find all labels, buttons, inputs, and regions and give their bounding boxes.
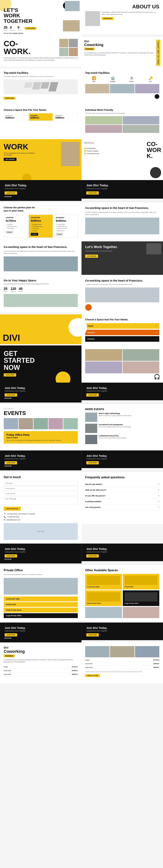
private-office-left: Private Office Get your own private offi…	[0, 565, 81, 622]
join-subtitle-1: Getting More Done Together	[5, 188, 77, 190]
get-started-btn[interactable]: Learn More	[4, 373, 16, 376]
hero-learn-more-btn[interactable]: Learn More	[25, 27, 36, 30]
more-pricing-rows: Single $179/mo Small desk $199/mo Large …	[85, 658, 159, 669]
join-cta5-left: Join Divi Today. Getting More Done Toget…	[0, 544, 81, 563]
individual-work-right: Individual Work Friendly Perfect for sol…	[81, 106, 163, 139]
private-plan-large: Large Private Office	[4, 613, 78, 618]
about-title: ABOUT US	[132, 4, 159, 10]
iso-illustration	[4, 79, 78, 94]
join-btn-1[interactable]: Learn More	[5, 191, 17, 194]
plan-starter-btn[interactable]: Choose	[6, 231, 13, 234]
plan-business: Business $299/mo	[29, 113, 53, 121]
more-events-title: MORE EVENTS	[85, 408, 159, 411]
map-placeholder: Map View	[4, 523, 78, 540]
join-btn-5l[interactable]: Learn More	[5, 554, 17, 557]
events-image-strip	[4, 418, 78, 429]
sf-desc-r2: Located in the heart of the city with ea…	[85, 283, 159, 286]
join-cta3-left: Join Divi Today. Getting More Done Toget…	[0, 383, 81, 403]
join-btn-4l[interactable]: Learn More	[5, 461, 17, 464]
events-title: EVENTS	[4, 410, 78, 416]
individual-title: Individual Work Friendly	[85, 108, 159, 111]
plans-title: Choose the perfect plan for you or your …	[4, 206, 37, 212]
access-icon: 🔑	[142, 76, 159, 80]
faq-item-5[interactable]: Can I bring guests? +	[85, 504, 159, 510]
cowork-image-grid	[59, 39, 78, 56]
contact-email-row: ✉ hello@divispace.com	[4, 519, 78, 521]
join-btn-3r[interactable]: Learn More	[86, 393, 99, 397]
join-subtitle-5l: Getting More Done Together	[5, 551, 77, 553]
yellow-strip: Coworking Space Divi Meetup	[156, 40, 160, 66]
separator-1	[0, 201, 163, 203]
plan-standard-btn[interactable]: Choose	[31, 233, 38, 236]
join-btn-3l[interactable]: Learn More	[5, 393, 17, 397]
pricing-cta-btn[interactable]: View All Plans	[85, 674, 100, 677]
get-started-circle	[55, 371, 70, 383]
contact-phone[interactable]	[4, 492, 78, 496]
private-plans: Community Table Private Desk Small Priva…	[4, 596, 78, 618]
final-join-btn-l[interactable]: Learn More	[5, 633, 17, 637]
contact-submit-btn[interactable]: Send Message	[4, 507, 21, 510]
individual-desc: Perfect for solo workers who need a prod…	[85, 112, 159, 114]
price-row-small: Small desk $199/mo	[4, 669, 78, 673]
contact-message[interactable]	[4, 497, 78, 504]
contact-name[interactable]	[4, 481, 78, 485]
sf-coworking-right: Co-working space in the heart of San Fra…	[81, 203, 163, 241]
join-subtitle-3l: Getting More Done Together	[5, 390, 77, 392]
faq-arrow-2: +	[158, 489, 159, 491]
plans-cards: STARTER $179/mo ✓ Hot Desk ✓ 5 Meeting H…	[4, 215, 78, 238]
work-hero-image	[61, 142, 80, 166]
happy-stat-2: 120 Members	[10, 287, 16, 292]
work-get-started-btn[interactable]: Get Started	[4, 158, 16, 161]
faq-arrow-1: +	[158, 483, 159, 486]
cowork-circle-image	[150, 167, 161, 178]
contact-address-row: 📍 123 Main Street, San Francisco, CA 941…	[4, 513, 78, 515]
join-title-5l: Join Divi Today.	[5, 547, 77, 551]
lets-work-right: Let's Work Together. Find the right plan…	[81, 241, 163, 275]
coworking-word: Coworking	[84, 43, 155, 47]
space-large-private: Large Private Office	[123, 590, 160, 606]
facilities-btn-left[interactable]: Learn More	[4, 97, 15, 100]
cowork-desc: A coworking space is a membership-based …	[4, 57, 78, 61]
faq-item-2[interactable]: What are the office hours? +	[85, 487, 159, 493]
about-right-section: ABOUT US Coworking is a style of work th…	[81, 0, 163, 37]
sf-title-left: Co-working space in the heart of San Fra…	[4, 245, 78, 249]
private-plan-community: Community Table	[4, 596, 78, 601]
wifi-icon: 📶	[85, 76, 103, 80]
plans-left: Choose the perfect plan for you or your …	[0, 203, 81, 241]
price-row-single: Single $179/mo	[4, 665, 78, 669]
final-join-btn-r[interactable]: Learn More	[86, 633, 99, 637]
happy-stats: 25 Offices 120 Members 40 Events	[4, 287, 78, 292]
facilities-desc-left: Our coworking space is equipped with eve…	[4, 75, 78, 78]
choose-space-right: Choose a Space that Fits Your Needs. Reg…	[81, 314, 163, 345]
events-label: Upcoming	[4, 408, 78, 409]
join-btn-5r[interactable]: Learn More	[86, 554, 99, 557]
join-cta4-right: Join Divi Today. Getting More Done Toget…	[81, 451, 163, 470]
faq-arrow-3: +	[158, 495, 159, 497]
divi-pricing-left: Divi Coworking Commun A coworking space …	[0, 642, 81, 683]
lets-work-btn[interactable]: Get Started	[85, 255, 98, 258]
main-event-date: Sept 20 @6pm	[6, 437, 75, 439]
choose-plan-premium[interactable]: Premium →	[85, 336, 159, 342]
more-event-1-title: Work is agile methodology.	[99, 412, 159, 414]
img-3	[59, 48, 68, 56]
join-btn-1r[interactable]: Learn More	[86, 191, 99, 194]
faq-item-3[interactable]: Do you offer day passes? +	[85, 493, 159, 499]
email-icon: ✉	[4, 519, 5, 521]
divi-pricing-type: Coworking	[4, 649, 78, 654]
faq-item-4[interactable]: Is parking available? +	[85, 499, 159, 504]
facility-access: 🔑 24/7	[142, 76, 159, 82]
faq-item-1[interactable]: How do I get started? +	[85, 482, 159, 487]
choose-plan-regular[interactable]: Regular →	[85, 323, 159, 329]
contact-email[interactable]	[4, 486, 78, 491]
plan-business-btn[interactable]: Choose	[56, 233, 63, 236]
about-learn-more-btn[interactable]: Learn More	[102, 17, 114, 20]
plan-premium: Premium $399/mo	[54, 113, 78, 121]
get-started-title: GET STARTED NOW	[4, 350, 78, 371]
join-btn-4r[interactable]: Learn More	[86, 461, 99, 464]
sf-image-r2	[85, 287, 159, 302]
join-cta4-left: Join Divi Today. Getting More Done Toget…	[0, 451, 81, 470]
choose-plan-business[interactable]: Business →	[85, 330, 159, 335]
final-join-sub-l: Getting More Done Together	[5, 630, 77, 632]
facilities-right: Top-notch Facilities. 📶 WiFi 🏢 Meeting ☕…	[81, 68, 163, 106]
lets-work-image	[146, 243, 161, 254]
